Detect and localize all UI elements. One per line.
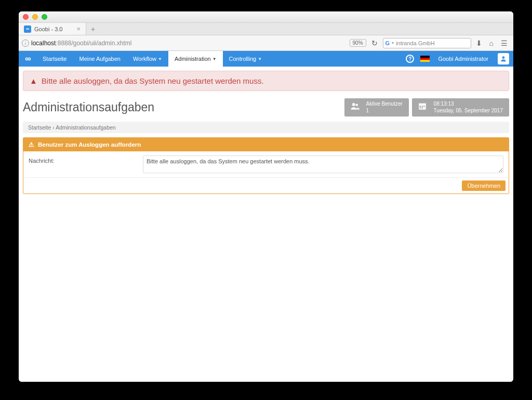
goobi-logo[interactable]: ∞ xyxy=(19,51,36,67)
nav-controlling[interactable]: Controlling ▼ xyxy=(223,51,269,67)
minimize-window-button[interactable] xyxy=(32,14,38,20)
svg-rect-7 xyxy=(423,106,424,107)
active-users-label: Aktive Benutzer xyxy=(366,101,403,108)
page-content-area: ∞ Startseite Meine Aufgaben Workflow ▼ A… xyxy=(19,51,513,382)
system-alert-banner: ▲ Bitte alle ausloggen, da das System ne… xyxy=(23,71,509,91)
breadcrumb: Startseite › Administrationsaufgaben xyxy=(23,122,509,133)
logout-request-panel: ⚠ Benutzer zum Ausloggen auffordern Nach… xyxy=(23,137,509,194)
message-form-row: Nachricht: xyxy=(23,151,509,178)
browser-tabbar: ∞ Goobi - 3.0 × + xyxy=(19,23,513,35)
zoom-level-badge[interactable]: 90% xyxy=(350,39,366,47)
nav-label: Administration xyxy=(175,56,211,62)
window-titlebar xyxy=(19,11,513,23)
chevron-down-icon: ▼ xyxy=(212,57,217,61)
current-user-name[interactable]: Goobi Administrator xyxy=(433,56,494,62)
goobi-top-nav: ∞ Startseite Meine Aufgaben Workflow ▼ A… xyxy=(19,51,513,67)
traffic-lights xyxy=(23,14,47,20)
date-value: Tuesday, 05. September 2017 xyxy=(434,108,503,114)
crumb-current: Administrationsaufgaben xyxy=(56,124,116,131)
nav-workflow[interactable]: Workflow ▼ xyxy=(127,51,168,67)
status-cards: Aktive Benutzer 1 08:13:13 Tuesday, 05. … xyxy=(344,98,509,117)
close-tab-icon[interactable]: × xyxy=(76,25,81,32)
submit-button[interactable]: Übernehmen xyxy=(462,180,506,191)
user-avatar-icon[interactable] xyxy=(498,53,509,64)
svg-rect-6 xyxy=(421,106,422,107)
svg-point-2 xyxy=(355,104,358,107)
crumb-separator: › xyxy=(51,124,56,131)
crumb-home[interactable]: Startseite xyxy=(28,124,51,131)
svg-rect-5 xyxy=(419,106,420,107)
nav-label: Meine Aufgaben xyxy=(79,56,121,62)
panel-header: ⚠ Benutzer zum Ausloggen auffordern xyxy=(23,138,509,151)
search-placeholder: intranda GmbH xyxy=(396,40,435,46)
datetime-card: 08:13:13 Tuesday, 05. September 2017 xyxy=(412,98,509,117)
chevron-down-icon: ▼ xyxy=(258,57,262,61)
home-icon[interactable]: ⌂ xyxy=(487,39,496,47)
warning-triangle-icon: ▲ xyxy=(30,76,37,85)
maximize-window-button[interactable] xyxy=(42,14,47,20)
page-header-row: Administrationsaufgaben Aktive Benutzer … xyxy=(19,91,513,122)
help-icon[interactable]: ? xyxy=(406,55,414,63)
nav-label: Workflow xyxy=(133,56,156,62)
svg-point-1 xyxy=(352,103,355,106)
warning-triangle-icon: ⚠ xyxy=(29,141,34,148)
svg-point-0 xyxy=(502,56,505,59)
nav-label: Startseite xyxy=(43,56,66,62)
reload-icon[interactable]: ↻ xyxy=(368,39,381,47)
chevron-down-icon: ▼ xyxy=(158,57,162,61)
panel-footer: Übernehmen xyxy=(23,178,509,193)
svg-rect-9 xyxy=(421,107,422,108)
infinity-logo-icon: ∞ xyxy=(25,54,30,63)
page-title: Administrationsaufgaben xyxy=(23,100,154,114)
nav-label: Controlling xyxy=(229,56,257,62)
message-label: Nachricht: xyxy=(29,156,143,164)
nav-right-area: ? Goobi Administrator xyxy=(403,51,513,67)
nav-administration[interactable]: Administration ▼ xyxy=(168,51,223,67)
url-field[interactable]: localhost:8888/goobi/uii/admin.xhtml xyxy=(31,40,348,47)
nav-meine-aufgaben[interactable]: Meine Aufgaben xyxy=(73,51,127,67)
panel-title: Benutzer zum Ausloggen auffordern xyxy=(38,141,141,148)
menu-icon[interactable]: ☰ xyxy=(498,39,510,47)
active-users-card: Aktive Benutzer 1 xyxy=(344,98,409,117)
url-path: :8888/goobi/uii/admin.xhtml xyxy=(56,40,131,47)
time-value: 08:13:13 xyxy=(434,101,503,108)
url-host: localhost xyxy=(31,40,56,47)
google-g-icon: G xyxy=(385,40,390,46)
alert-text: Bitte alle ausloggen, da das System neu … xyxy=(42,76,264,85)
browser-search-box[interactable]: G ▾ intranda GmbH xyxy=(383,38,471,48)
browser-window: ∞ Goobi - 3.0 × + i localhost:8888/goobi… xyxy=(19,11,513,382)
calendar-icon xyxy=(416,101,429,113)
browser-address-bar: i localhost:8888/goobi/uii/admin.xhtml 9… xyxy=(19,35,513,51)
nav-startseite[interactable]: Startseite xyxy=(36,51,73,67)
download-icon[interactable]: ⬇ xyxy=(473,39,485,47)
svg-rect-4 xyxy=(419,104,426,105)
page-body: ▲ Bitte alle ausloggen, da das System ne… xyxy=(19,71,513,194)
svg-rect-8 xyxy=(419,107,420,108)
site-info-icon[interactable]: i xyxy=(22,40,29,47)
active-users-count: 1 xyxy=(366,108,403,114)
new-tab-button[interactable]: + xyxy=(86,23,100,35)
close-window-button[interactable] xyxy=(23,14,29,20)
browser-tab-goobi[interactable]: ∞ Goobi - 3.0 × xyxy=(19,23,86,35)
infinity-favicon-icon: ∞ xyxy=(24,25,31,33)
flag-de-icon[interactable] xyxy=(420,56,430,62)
tab-title: Goobi - 3.0 xyxy=(34,26,62,32)
users-icon xyxy=(349,101,361,113)
panel-body: Nachricht: Übernehmen xyxy=(23,151,509,193)
message-input[interactable] xyxy=(143,156,503,173)
